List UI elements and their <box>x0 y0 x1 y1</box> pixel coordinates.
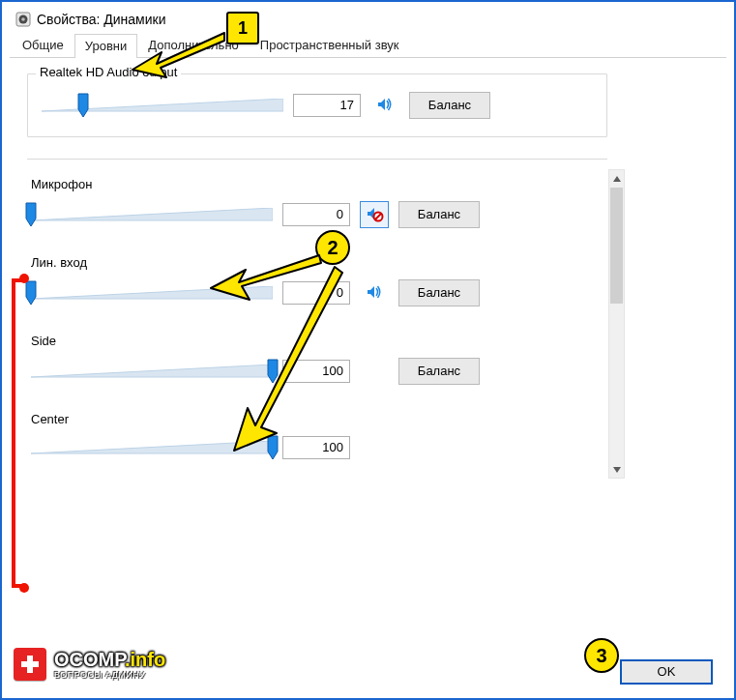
window-title: Свойства: Динамики <box>37 12 165 27</box>
annotation-dot-bottom <box>19 583 29 593</box>
group-label: Realtek HD Audio output <box>36 65 181 79</box>
watermark-brand: OCOMP <box>54 649 125 670</box>
channel-label: Лин. вход <box>31 255 601 270</box>
main-output-mute-button[interactable] <box>370 92 399 119</box>
tab-strip: Общие Уровни Дополнительно Пространствен… <box>10 33 726 58</box>
svg-point-2 <box>21 17 25 21</box>
scroll-up-button[interactable] <box>609 170 624 187</box>
speaker-on-icon <box>375 95 395 117</box>
channel-controls: 100 <box>31 436 601 459</box>
channel-label: Микрофон <box>31 177 601 191</box>
watermark: OCOMP.info ВОПРОСЫ АДМИНУ <box>14 648 165 681</box>
channel-slider[interactable] <box>31 437 273 458</box>
channel-balance-button[interactable]: Баланс <box>398 279 480 306</box>
channel-row: Микрофон0Баланс <box>27 169 604 248</box>
channel-row: Лин. вход0Баланс <box>27 248 604 326</box>
tab-general[interactable]: Общие <box>12 33 74 57</box>
annotation-bracket <box>12 278 25 588</box>
tab-levels[interactable]: Уровни <box>74 34 137 58</box>
svg-rect-17 <box>21 661 39 667</box>
separator <box>27 159 607 160</box>
watermark-icon <box>14 648 46 681</box>
channel-mute-button[interactable] <box>360 279 389 306</box>
capture-frame: Свойства: Динамики Общие Уровни Дополнит… <box>0 0 736 700</box>
channel-controls: 0Баланс <box>31 279 601 306</box>
watermark-suffix: .info <box>125 649 165 670</box>
channel-controls: 100Баланс <box>31 358 601 385</box>
svg-marker-10 <box>613 176 621 182</box>
speaker-muted-icon <box>365 204 384 226</box>
channel-balance-button[interactable]: Баланс <box>398 201 480 228</box>
channel-slider[interactable] <box>31 204 273 225</box>
channels-list: Микрофон0БалансЛин. вход0БалансSide100Ба… <box>27 169 604 479</box>
scroll-down-button[interactable] <box>609 461 624 478</box>
channel-value[interactable]: 0 <box>282 281 350 305</box>
channel-value[interactable]: 0 <box>282 203 350 226</box>
speaker-icon <box>15 12 31 27</box>
channel-label: Center <box>31 412 601 426</box>
channel-slider[interactable] <box>31 361 273 382</box>
svg-marker-4 <box>31 208 273 220</box>
svg-marker-9 <box>31 441 273 453</box>
scroll-thumb[interactable] <box>610 188 623 304</box>
channel-row: Center100 <box>27 404 604 479</box>
channel-slider[interactable] <box>31 282 273 304</box>
ok-button[interactable]: OK <box>620 659 713 685</box>
main-output-slider[interactable] <box>42 95 283 116</box>
speaker-on-icon <box>365 282 384 305</box>
svg-marker-8 <box>31 365 273 377</box>
dialog-footer: OK <box>620 659 713 685</box>
channel-row: Side100Баланс <box>27 326 604 404</box>
channel-mute-button-muted[interactable] <box>360 201 389 228</box>
channel-balance-button[interactable]: Баланс <box>398 358 480 385</box>
channels-scroll: Микрофон0БалансЛин. вход0БалансSide100Ба… <box>27 169 625 479</box>
channel-value[interactable]: 100 <box>282 436 350 459</box>
group-main-output: Realtek HD Audio output 17 <box>27 73 607 137</box>
svg-marker-11 <box>613 467 621 473</box>
properties-window: Свойства: Динамики Общие Уровни Дополнит… <box>10 6 726 694</box>
main-output-balance-button[interactable]: Баланс <box>409 92 490 119</box>
scrollbar[interactable] <box>608 169 625 479</box>
tab-content: Realtek HD Audio output 17 <box>10 58 726 479</box>
watermark-sub: ВОПРОСЫ АДМИНУ <box>54 671 165 680</box>
titlebar: Свойства: Динамики <box>10 6 726 33</box>
svg-marker-7 <box>31 286 273 299</box>
tab-spatial[interactable]: Пространственный звук <box>250 33 410 57</box>
tab-advanced[interactable]: Дополнительно <box>137 33 250 57</box>
channel-value[interactable]: 100 <box>282 360 350 383</box>
main-output-row: 17 Баланс <box>42 92 593 119</box>
main-output-value[interactable]: 17 <box>293 94 361 117</box>
channel-controls: 0Баланс <box>31 201 601 228</box>
annotation-dot-top <box>19 274 29 283</box>
channel-label: Side <box>31 334 601 348</box>
